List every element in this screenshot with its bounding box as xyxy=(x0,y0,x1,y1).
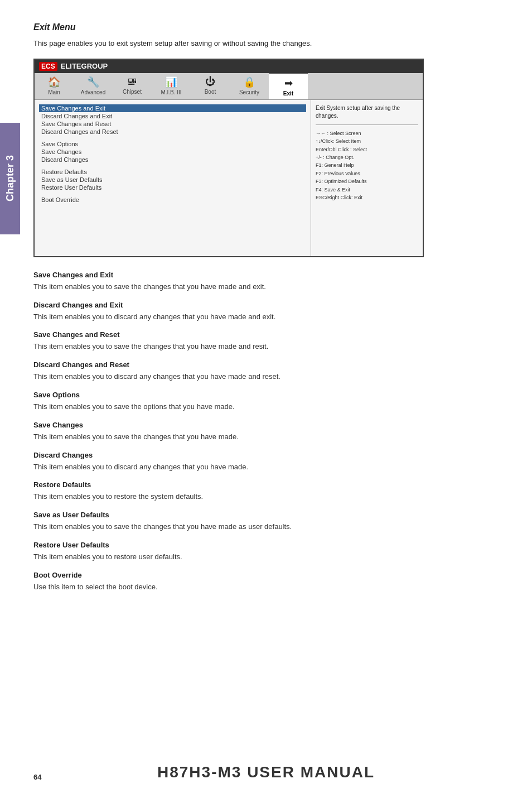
bios-menu-item-discard-changes-and-reset[interactable]: Discard Changes and Reset xyxy=(39,128,306,136)
bios-nav-exit[interactable]: ➡ Exit xyxy=(269,73,308,99)
description-save-changes: Save Changes This item enables you to sa… xyxy=(33,421,499,443)
heading-save-changes-and-reset: Save Changes and Reset xyxy=(33,330,499,339)
key-help-line: ↑↓/Click: Select Item xyxy=(316,137,418,145)
bios-nav-advanced[interactable]: 🔧 Advanced xyxy=(74,73,113,99)
heading-restore-user-defaults: Restore User Defaults xyxy=(33,541,499,549)
bios-content: Save Changes and ExitDiscard Changes and… xyxy=(35,100,423,256)
nav-label: Main xyxy=(48,89,60,95)
nav-icon: 🖳 xyxy=(127,76,137,88)
description-discard-changes: Discard Changes This item enables you to… xyxy=(33,451,499,473)
heading-save-as-user-defaults: Save as User Defaults xyxy=(33,511,499,519)
bios-info-right: Exit System setup after saving the chang… xyxy=(311,100,423,256)
bios-menu-item-save-as-user-defaults[interactable]: Save as User Defaults xyxy=(39,176,306,184)
nav-icon: ➡ xyxy=(284,77,293,89)
body-save-changes: This item enables you to save the change… xyxy=(33,431,499,443)
footer-title: H87H3-M3 USER MANUAL xyxy=(157,763,375,781)
bios-ui-box: ECS ELITEGROUP 🏠 Main🔧 Advanced🖳 Chipset… xyxy=(33,59,424,257)
bios-menu-item-save-changes-and-reset[interactable]: Save Changes and Reset xyxy=(39,120,306,128)
bios-nav-main[interactable]: 🏠 Main xyxy=(35,73,74,99)
bios-menu-left: Save Changes and ExitDiscard Changes and… xyxy=(35,100,311,256)
heading-save-options: Save Options xyxy=(33,391,499,399)
bios-header: ECS ELITEGROUP xyxy=(35,60,423,73)
body-boot-override: Use this item to select the boot device. xyxy=(33,581,499,593)
nav-label: Chipset xyxy=(123,89,142,95)
bios-brand-full: ELITEGROUP xyxy=(61,62,108,70)
body-discard-changes-and-exit: This item enables you to discard any cha… xyxy=(33,311,499,323)
bios-menu-item-discard-changes-and-exit[interactable]: Discard Changes and Exit xyxy=(39,112,306,120)
body-save-options: This item enables you to save the option… xyxy=(33,401,499,413)
section-title: Exit Menu xyxy=(33,22,499,32)
nav-label: Advanced xyxy=(81,89,105,95)
body-restore-defaults: This item enables you to restore the sys… xyxy=(33,491,499,503)
nav-icon: 🔒 xyxy=(243,76,255,88)
body-restore-user-defaults: This item enables you to restore user de… xyxy=(33,551,499,563)
nav-label: M.I.B. III xyxy=(161,89,181,95)
key-help-line: F3: Optimized Defaults xyxy=(316,177,418,185)
key-help-line: F4: Save & Exit xyxy=(316,186,418,194)
heading-save-changes-and-exit: Save Changes and Exit xyxy=(33,271,499,279)
bios-nav: 🏠 Main🔧 Advanced🖳 Chipset📊 M.I.B. III⏻ B… xyxy=(35,73,423,100)
bios-logo: ECS xyxy=(39,62,57,71)
bios-menu-item-restore-user-defaults[interactable]: Restore User Defaults xyxy=(39,184,306,191)
section-intro: This page enables you to exit system set… xyxy=(33,38,499,50)
descriptions-container: Save Changes and Exit This item enables … xyxy=(33,271,499,593)
bios-divider xyxy=(316,124,418,125)
heading-boot-override: Boot Override xyxy=(33,571,499,579)
bios-menu-item-save-options[interactable]: Save Options xyxy=(39,140,306,148)
bios-key-help: →← : Select Screen↑↓/Click: Select ItemE… xyxy=(316,129,418,202)
page-number: 64 xyxy=(33,773,41,781)
key-help-line: +/- : Change Opt. xyxy=(316,153,418,161)
description-restore-defaults: Restore Defaults This item enables you t… xyxy=(33,480,499,503)
chapter-sidebar: Chapter 3 xyxy=(0,123,20,234)
bios-nav-security[interactable]: 🔒 Security xyxy=(230,73,269,99)
page-footer: H87H3-M3 USER MANUAL xyxy=(0,763,532,781)
key-help-line: F1: General Help xyxy=(316,161,418,169)
nav-icon: 🔧 xyxy=(87,76,99,88)
nav-icon: ⏻ xyxy=(205,76,215,88)
body-discard-changes-and-reset: This item enables you to discard any cha… xyxy=(33,371,499,383)
bios-nav-m.i.b.-iii[interactable]: 📊 M.I.B. III xyxy=(152,73,191,99)
heading-discard-changes-and-reset: Discard Changes and Reset xyxy=(33,360,499,369)
bios-menu-item-discard-changes[interactable]: Discard Changes xyxy=(39,156,306,164)
body-discard-changes: This item enables you to discard any cha… xyxy=(33,462,499,473)
bios-menu-group-0: Save Changes and ExitDiscard Changes and… xyxy=(39,104,306,136)
bios-menu-group-3: Boot Override xyxy=(39,196,306,204)
description-save-changes-and-exit: Save Changes and Exit This item enables … xyxy=(33,271,499,293)
heading-discard-changes-and-exit: Discard Changes and Exit xyxy=(33,301,499,309)
bios-menu-group-1: Save OptionsSave ChangesDiscard Changes xyxy=(39,140,306,164)
bios-menu-item-save-changes-and-exit[interactable]: Save Changes and Exit xyxy=(39,104,306,112)
heading-save-changes: Save Changes xyxy=(33,421,499,429)
body-save-changes-and-exit: This item enables you to save the change… xyxy=(33,281,499,293)
chapter-label: Chapter 3 xyxy=(4,155,16,201)
nav-label: Exit xyxy=(283,90,293,97)
key-help-line: F2: Previous Values xyxy=(316,170,418,177)
description-discard-changes-and-reset: Discard Changes and Reset This item enab… xyxy=(33,360,499,383)
description-boot-override: Boot Override Use this item to select th… xyxy=(33,571,499,593)
heading-discard-changes: Discard Changes xyxy=(33,451,499,459)
description-save-changes-and-reset: Save Changes and Reset This item enables… xyxy=(33,330,499,353)
key-help-line: Enter/Dbl Click : Select xyxy=(316,146,418,153)
description-save-options: Save Options This item enables you to sa… xyxy=(33,391,499,413)
nav-icon: 🏠 xyxy=(48,76,60,88)
body-save-as-user-defaults: This item enables you to save the change… xyxy=(33,521,499,533)
description-discard-changes-and-exit: Discard Changes and Exit This item enabl… xyxy=(33,301,499,323)
nav-label: Security xyxy=(239,89,259,95)
nav-label: Boot xyxy=(205,89,216,95)
bios-menu-item-save-changes[interactable]: Save Changes xyxy=(39,148,306,156)
bios-menu-item-boot-override[interactable]: Boot Override xyxy=(39,196,306,204)
body-save-changes-and-reset: This item enables you to save the change… xyxy=(33,341,499,353)
description-restore-user-defaults: Restore User Defaults This item enables … xyxy=(33,541,499,563)
bios-nav-boot[interactable]: ⏻ Boot xyxy=(191,73,230,99)
bios-menu-item-restore-defaults[interactable]: Restore Defaults xyxy=(39,168,306,176)
description-save-as-user-defaults: Save as User Defaults This item enables … xyxy=(33,511,499,533)
key-help-line: ESC/Right Click: Exit xyxy=(316,194,418,201)
heading-restore-defaults: Restore Defaults xyxy=(33,480,499,489)
bios-right-description: Exit System setup after saving the chang… xyxy=(316,104,418,120)
bios-menu-group-2: Restore DefaultsSave as User DefaultsRes… xyxy=(39,168,306,191)
key-help-line: →← : Select Screen xyxy=(316,129,418,137)
bios-nav-chipset[interactable]: 🖳 Chipset xyxy=(113,73,152,99)
nav-icon: 📊 xyxy=(165,76,177,88)
